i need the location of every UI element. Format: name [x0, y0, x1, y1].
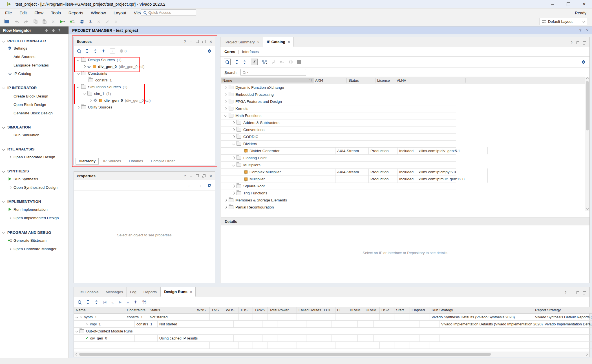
- menu-flow[interactable]: Flow: [34, 10, 43, 15]
- close-icon[interactable]: ×: [190, 290, 192, 294]
- catalog-row[interactable]: Math Functions: [221, 112, 456, 119]
- tree-item-div-gen-0[interactable]: div_gen_0 (div_gen_0.xci): [74, 63, 145, 70]
- column-header[interactable]: WHS: [224, 307, 238, 314]
- menu-tools[interactable]: Tools: [51, 10, 61, 15]
- tab-ip-sources[interactable]: IP Sources: [100, 159, 124, 163]
- float-icon[interactable]: [583, 41, 586, 44]
- column-header[interactable]: DSP: [380, 307, 394, 314]
- undo-icon[interactable]: [14, 20, 19, 23]
- sidebar-item-run-implementation[interactable]: Run Implementation: [0, 206, 69, 213]
- percent-icon[interactable]: %: [142, 299, 146, 305]
- column-header[interactable]: Name: [74, 307, 125, 314]
- sidebar-item-run-simulation[interactable]: Run Simulation: [0, 131, 69, 139]
- catalog-row[interactable]: Partial Reconfiguration: [221, 204, 456, 211]
- minimize-icon[interactable]: –: [190, 40, 192, 43]
- column-header[interactable]: TNS: [210, 307, 224, 314]
- close-icon[interactable]: ×: [209, 174, 212, 178]
- menu-edit[interactable]: Edit: [19, 10, 27, 15]
- column-header[interactable]: WNS: [195, 307, 210, 314]
- catalog-row[interactable]: Memories & Storage Elements: [221, 197, 456, 204]
- collapse-all-icon[interactable]: [235, 60, 238, 64]
- catalog-row[interactable]: Dynamic Function eXchange: [221, 84, 456, 91]
- minimize-icon[interactable]: –: [190, 174, 192, 178]
- copy-icon[interactable]: [34, 19, 37, 24]
- catalog-row[interactable]: Conversions: [221, 126, 456, 134]
- catalog-row[interactable]: Square Root: [221, 183, 456, 190]
- column-header[interactable]: Constraints: [125, 307, 148, 314]
- float-icon[interactable]: [583, 291, 586, 294]
- column-header[interactable]: URAM: [364, 307, 380, 314]
- hierarchy-view-icon[interactable]: [262, 60, 267, 64]
- column-header-axi4[interactable]: AXI4: [313, 78, 347, 83]
- help-icon[interactable]: ?: [184, 174, 186, 178]
- run-row-ooc-group[interactable]: Out-of-Context Module Runs: [74, 328, 591, 335]
- scrollbar-thumb[interactable]: [79, 353, 491, 356]
- create-run-icon[interactable]: +: [134, 299, 137, 305]
- tab-design-runs[interactable]: Design Runs×: [160, 287, 196, 297]
- column-header[interactable]: TPWS: [253, 307, 268, 314]
- subtab-interfaces[interactable]: Interfaces: [242, 50, 259, 54]
- catalog-row[interactable]: CORDIC: [221, 133, 456, 141]
- run-icon[interactable]: ▾: [60, 20, 65, 23]
- column-header[interactable]: FF: [335, 307, 348, 314]
- section-program-and-debug[interactable]: PROGRAM AND DEBUG: [0, 229, 69, 236]
- section-rtl-analysis[interactable]: RTL ANALYSIS: [0, 145, 69, 153]
- close-icon[interactable]: ×: [586, 28, 589, 33]
- sidebar-item-language-templates[interactable]: Language Templates: [0, 61, 69, 69]
- expand-all-icon[interactable]: [95, 300, 98, 304]
- catalog-row[interactable]: Adders & Subtracters: [221, 119, 456, 126]
- column-header[interactable]: LUT: [322, 307, 335, 314]
- collapse-all-icon[interactable]: [86, 300, 90, 304]
- catalog-row[interactable]: Embedded Processing: [221, 91, 456, 98]
- column-header-name[interactable]: Name^1: [221, 78, 313, 83]
- sidebar-item-open-elaborated-design[interactable]: Open Elaborated Design: [0, 153, 69, 161]
- sidebar-item-ip-catalog[interactable]: IP Catalog: [0, 70, 69, 77]
- close-icon[interactable]: ×: [209, 39, 212, 44]
- float-icon[interactable]: [203, 40, 206, 43]
- scroll-up-icon[interactable]: [586, 77, 589, 80]
- catalog-row[interactable]: Floating Point: [221, 154, 456, 162]
- column-header-status[interactable]: Status: [347, 78, 375, 83]
- column-header[interactable]: Run Strategy: [430, 307, 533, 314]
- search-icon[interactable]: [78, 300, 81, 304]
- catalog-row-multiplier[interactable]: MultiplierProductionIncludedxilinx.com:i…: [221, 176, 456, 183]
- scroll-right-icon[interactable]: [585, 353, 588, 356]
- column-header[interactable]: Elapsed: [410, 307, 430, 314]
- column-header[interactable]: THS: [238, 307, 253, 314]
- tab-compile-order[interactable]: Compile Order: [147, 159, 178, 163]
- expand-all-icon[interactable]: [243, 60, 246, 64]
- collapse-all-icon[interactable]: [85, 49, 89, 53]
- sidebar-item-open-hardware-manager[interactable]: Open Hardware Manager: [0, 245, 69, 252]
- minimize-panel-icon[interactable]: –: [64, 28, 66, 33]
- column-header[interactable]: Total Power: [268, 307, 297, 314]
- filter-pin-icon[interactable]: [251, 59, 258, 65]
- settings-gear-icon[interactable]: [207, 49, 211, 53]
- section-ip-integrator[interactable]: IP INTEGRATOR: [0, 84, 69, 91]
- horizontal-scrollbar[interactable]: [74, 352, 589, 357]
- expand-all-icon[interactable]: [94, 49, 97, 53]
- menu-layout[interactable]: Layout: [114, 10, 126, 15]
- tree-item-sim-1[interactable]: sim_1 (1): [74, 90, 111, 97]
- vertical-scrollbar[interactable]: [585, 77, 589, 211]
- sources-panel-header[interactable]: Sources ? – ×: [74, 37, 215, 46]
- scroll-down-icon[interactable]: [586, 207, 589, 210]
- column-header[interactable]: BRAM: [348, 307, 364, 314]
- window-close-button[interactable]: ×: [576, 0, 592, 8]
- chevron-down-icon[interactable]: [76, 316, 78, 318]
- catalog-row[interactable]: FPGA Features and Design: [221, 98, 456, 105]
- section-synthesis[interactable]: SYNTHESIS: [0, 167, 69, 175]
- run-row-impl-1[interactable]: impl_1 constrs_1 Not started Vivado Impl…: [74, 321, 592, 328]
- float-icon[interactable]: [203, 174, 206, 177]
- catalog-row-divider-generator[interactable]: Divider GeneratorAXI4-StreamProductionIn…: [221, 147, 456, 155]
- run-row-div-gen-0[interactable]: ✓div_gen_0 Using cached IP results: [74, 335, 592, 342]
- settings-gear-icon[interactable]: [207, 183, 211, 188]
- tree-item-design-sources[interactable]: Design Sources (1): [74, 56, 122, 63]
- section-implementation[interactable]: IMPLEMENTATION: [0, 198, 69, 205]
- catalog-row-complex-multiplier[interactable]: Complex MultiplierAXI4-StreamProductionI…: [221, 168, 456, 176]
- generate-bitstream-icon[interactable]: 0110: [70, 19, 75, 24]
- tree-item-utility-sources[interactable]: Utility Sources: [74, 104, 112, 110]
- column-header[interactable]: Failed Routes: [297, 307, 322, 314]
- search-icon[interactable]: [77, 49, 81, 53]
- column-header[interactable]: Status: [148, 307, 195, 314]
- settings-gear-icon[interactable]: [80, 19, 84, 24]
